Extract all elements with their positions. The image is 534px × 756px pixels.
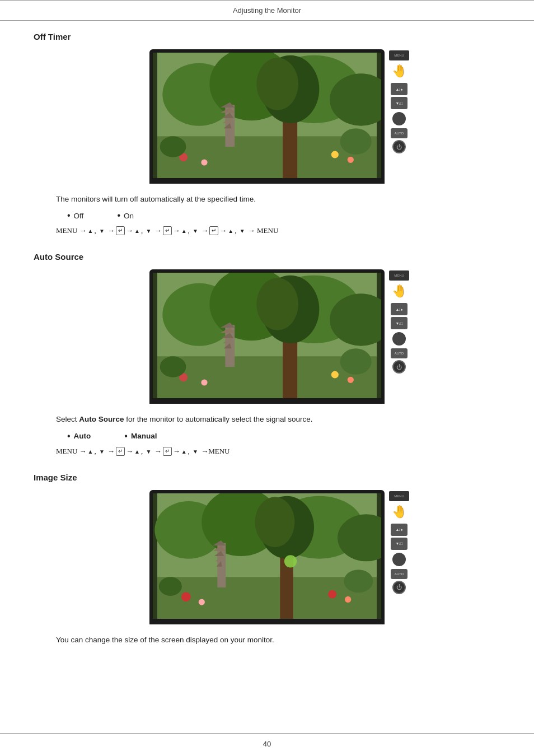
down-btn-3[interactable]: ▼/□	[391, 538, 407, 550]
side-panel-off-timer: MENU 🤚 ▲/● ▼/□ AUTO ⏻	[387, 49, 411, 184]
svg-point-14	[256, 58, 298, 110]
enter-btn-3[interactable]	[392, 553, 406, 566]
image-size-description: You can change the size of the screen di…	[56, 634, 478, 646]
up-btn-2[interactable]: ▲/●	[391, 303, 407, 315]
auto-btn[interactable]: AUTO	[391, 128, 407, 138]
hand-icon: 🤚	[392, 64, 407, 78]
off-timer-description: The monitors will turn off automatically…	[56, 194, 478, 205]
monitor-figure-image-size: MENU 🤚 ▲/● ▼/□ AUTO ⏻	[34, 490, 500, 624]
bullet-auto: • Auto	[67, 431, 91, 441]
svg-point-17	[331, 151, 339, 158]
svg-point-37	[201, 380, 207, 386]
down-btn[interactable]: ▼/□	[391, 97, 407, 109]
page-title: Adjusting the Monitor	[233, 6, 301, 15]
monitor-figure-off-timer: MENU 🤚 ▲/● ▼/□ AUTO ⏻	[34, 49, 500, 184]
menu-label-3: MENU	[389, 491, 409, 501]
up-btn[interactable]: ▲/●	[391, 83, 407, 95]
off-timer-nav: MENU →, →↵→, →↵→, →↵→, → MENU	[56, 226, 478, 235]
up-btn-3[interactable]: ▲/●	[391, 524, 407, 536]
bullet-on: • On	[117, 211, 134, 221]
power-btn[interactable]: ⏻	[392, 140, 406, 153]
svg-point-35	[256, 278, 298, 330]
hand-icon-2: 🤚	[392, 284, 407, 298]
section-auto-source: Auto Source	[34, 252, 500, 455]
section-title-off-timer: Off Timer	[34, 32, 500, 41]
off-timer-bullets: • Off • On	[67, 211, 478, 221]
side-panel-image-size: MENU 🤚 ▲/● ▼/□ AUTO ⏻	[387, 490, 411, 624]
auto-btn-3[interactable]: AUTO	[391, 569, 407, 579]
section-off-timer: Off Timer	[34, 32, 500, 235]
auto-source-description: Select Auto Source for the monitor to au…	[56, 414, 478, 425]
menu-label: MENU	[389, 50, 409, 60]
svg-point-20	[340, 128, 372, 155]
svg-point-18	[348, 157, 354, 163]
auto-source-bold: Auto Source	[79, 415, 124, 423]
monitor-screen-auto-source	[149, 269, 385, 404]
svg-point-57	[284, 555, 297, 567]
menu-label-2: MENU	[389, 270, 409, 281]
section-title-auto-source: Auto Source	[34, 252, 500, 262]
bullet-manual: • Manual	[124, 431, 157, 441]
svg-point-63	[344, 570, 373, 592]
svg-point-62	[159, 577, 182, 596]
section-image-size: Image Size	[34, 473, 500, 646]
svg-point-19	[160, 136, 186, 157]
bottom-border	[0, 733, 534, 734]
hand-icon-3: 🤚	[392, 505, 407, 519]
monitor-figure-auto-source: MENU 🤚 ▲/● ▼/□ AUTO ⏻	[34, 269, 500, 404]
svg-point-60	[328, 590, 336, 598]
section-title-image-size: Image Size	[34, 473, 500, 482]
down-btn-2[interactable]: ▼/□	[391, 317, 407, 329]
auto-source-nav: MENU →, →↵→, →↵→, →MENU	[56, 447, 478, 456]
svg-point-38	[331, 371, 339, 379]
svg-point-56	[255, 497, 295, 547]
auto-source-bullets: • Auto • Manual	[67, 431, 478, 441]
enter-btn-2[interactable]	[392, 332, 406, 346]
page-header: Adjusting the Monitor	[0, 3, 534, 21]
power-btn-3[interactable]: ⏻	[392, 581, 406, 594]
svg-point-16	[201, 159, 207, 165]
monitor-screen-image-size	[149, 490, 385, 624]
side-panel-auto-source: MENU 🤚 ▲/● ▼/□ AUTO ⏻	[387, 269, 411, 404]
monitor-screen-off-timer	[149, 49, 385, 184]
svg-point-58	[181, 592, 191, 601]
power-btn-2[interactable]: ⏻	[392, 360, 406, 374]
svg-point-59	[199, 599, 205, 605]
svg-point-41	[340, 349, 372, 375]
enter-btn[interactable]	[392, 112, 406, 125]
svg-point-40	[160, 357, 186, 377]
bullet-off: • Off	[67, 211, 83, 221]
auto-btn-2[interactable]: AUTO	[391, 348, 407, 358]
svg-point-61	[345, 596, 351, 602]
page-number: 40	[263, 740, 271, 748]
svg-point-39	[348, 377, 354, 383]
